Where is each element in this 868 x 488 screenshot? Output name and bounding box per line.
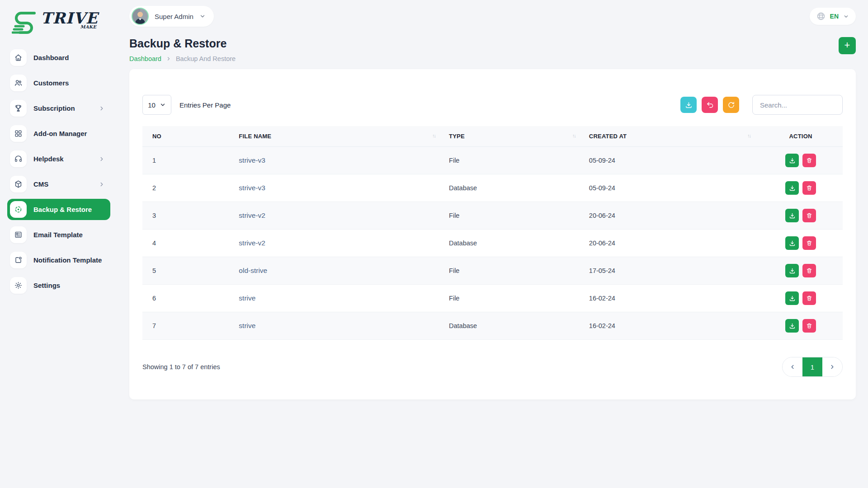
chevron-left-icon <box>789 364 796 370</box>
cell-created-at: 20-06-24 <box>584 230 759 257</box>
trash-icon <box>806 295 812 301</box>
trash-icon <box>806 323 812 329</box>
sort-icon[interactable]: ↑↓ <box>572 133 576 138</box>
row-delete-button[interactable] <box>802 236 816 250</box>
cell-created-at: 16-02-24 <box>584 285 759 312</box>
table-row: 3strive-v2File20-06-24 <box>142 202 843 230</box>
sidebar-item-label: Customers <box>33 79 69 87</box>
export-button[interactable] <box>680 97 697 113</box>
file-name-link[interactable]: old-strive <box>239 267 267 274</box>
refresh-button[interactable] <box>723 97 739 113</box>
column-header-created-at[interactable]: CREATED AT↑↓ <box>584 126 759 147</box>
row-delete-button[interactable] <box>802 181 816 195</box>
row-download-button[interactable] <box>785 264 799 277</box>
brand-tagline: MAKE <box>41 24 98 29</box>
row-download-button[interactable] <box>785 291 799 305</box>
column-header-type[interactable]: TYPE↑↓ <box>443 126 584 147</box>
sidebar-item-helpdesk[interactable]: Helpdesk <box>7 148 110 169</box>
file-name-link[interactable]: strive <box>239 294 255 302</box>
trash-icon <box>806 212 812 219</box>
brand-s-icon <box>12 10 38 34</box>
sidebar-item-notification-template[interactable]: Notification Template <box>7 249 110 271</box>
file-name-link[interactable]: strive <box>239 322 255 329</box>
chevron-right-icon <box>99 105 105 112</box>
column-header-file-name[interactable]: FILE NAME↑↓ <box>233 126 443 147</box>
breadcrumb: Dashboard Backup And Restore <box>129 55 236 62</box>
pagination-prev-button[interactable] <box>783 357 802 376</box>
row-download-button[interactable] <box>785 319 799 333</box>
row-delete-button[interactable] <box>802 209 816 222</box>
sidebar-item-cms[interactable]: CMS <box>7 174 110 195</box>
layout-icon <box>10 226 27 243</box>
file-name-link[interactable]: strive-v3 <box>239 184 265 192</box>
entries-per-page-select[interactable]: 10 <box>142 95 171 115</box>
chevron-right-icon <box>166 56 171 61</box>
cell-type: Database <box>443 230 584 257</box>
cell-type: File <box>443 285 584 312</box>
sidebar-item-addon-manager[interactable]: Add-on Manager <box>7 123 110 144</box>
row-download-button[interactable] <box>785 181 799 195</box>
file-name-link[interactable]: strive-v3 <box>239 156 265 164</box>
sidebar-item-dashboard[interactable]: Dashboard <box>7 47 110 68</box>
sidebar-item-email-template[interactable]: Email Template <box>7 224 110 245</box>
sort-icon[interactable]: ↑↓ <box>432 133 435 138</box>
app-layout: TRIVE MAKE DashboardCustomersSubscriptio… <box>0 0 868 488</box>
user-name: Super Admin <box>155 13 193 20</box>
search-input[interactable] <box>752 95 843 115</box>
backup-icon <box>10 201 27 218</box>
headset-icon <box>10 150 27 167</box>
restore-button[interactable] <box>702 97 718 113</box>
users-icon <box>10 75 27 91</box>
sidebar-item-subscription[interactable]: Subscription <box>7 98 110 119</box>
cell-no: 3 <box>142 202 233 230</box>
sidebar-item-customers[interactable]: Customers <box>7 72 110 94</box>
cell-type: Database <box>443 174 584 202</box>
undo-icon <box>706 101 714 109</box>
table-toolbar: 10 Entries Per Page <box>142 95 843 115</box>
page-header: Backup & Restore Dashboard Backup And Re… <box>129 37 856 62</box>
column-header-no: NO <box>142 126 233 147</box>
globe-icon <box>816 12 826 21</box>
sidebar-item-label: CMS <box>33 180 48 188</box>
row-download-button[interactable] <box>785 209 799 222</box>
sidebar-item-label: Settings <box>33 282 60 289</box>
user-menu[interactable]: Super Admin <box>129 6 214 27</box>
row-delete-button[interactable] <box>802 291 816 305</box>
column-header-action: ACTION <box>759 126 843 147</box>
trash-icon <box>806 185 812 191</box>
download-icon <box>685 101 693 109</box>
sidebar-item-label: Helpdesk <box>33 155 64 163</box>
row-download-button[interactable] <box>785 154 799 167</box>
brand-logo[interactable]: TRIVE MAKE <box>0 7 118 41</box>
cell-type: File <box>443 147 584 174</box>
language-selector[interactable]: EN <box>810 8 856 25</box>
cell-no: 1 <box>142 147 233 174</box>
add-backup-button[interactable]: + <box>839 37 856 54</box>
table-row: 4strive-v2Database20-06-24 <box>142 230 843 257</box>
entries-summary: Showing 1 to 7 of 7 entries <box>142 363 220 371</box>
backup-table: NOFILE NAME↑↓TYPE↑↓CREATED AT↑↓ACTION 1s… <box>142 126 843 340</box>
row-delete-button[interactable] <box>802 264 816 277</box>
sidebar-item-settings[interactable]: Settings <box>7 275 110 296</box>
table-footer: Showing 1 to 7 of 7 entries 1 <box>142 357 843 377</box>
cube-icon <box>10 176 27 192</box>
download-icon <box>789 267 796 274</box>
sort-icon[interactable]: ↑↓ <box>747 133 750 138</box>
table-row: 7striveDatabase16-02-24 <box>142 312 843 340</box>
row-download-button[interactable] <box>785 236 799 250</box>
cell-type: File <box>443 257 584 285</box>
cell-created-at: 17-05-24 <box>584 257 759 285</box>
cell-no: 5 <box>142 257 233 285</box>
row-delete-button[interactable] <box>802 154 816 167</box>
main-area: Super Admin EN Backup & Restore Dashboa <box>118 0 868 488</box>
table-row: 5old-striveFile17-05-24 <box>142 257 843 285</box>
pagination-page-1[interactable]: 1 <box>802 357 822 376</box>
file-name-link[interactable]: strive-v2 <box>239 211 265 219</box>
sidebar: TRIVE MAKE DashboardCustomersSubscriptio… <box>0 0 118 488</box>
chevron-down-icon <box>160 102 166 108</box>
file-name-link[interactable]: strive-v2 <box>239 239 265 247</box>
pagination-next-button[interactable] <box>822 357 842 376</box>
row-delete-button[interactable] <box>802 319 816 333</box>
sidebar-item-backup-restore[interactable]: Backup & Restore <box>7 199 110 220</box>
breadcrumb-dashboard-link[interactable]: Dashboard <box>129 55 161 62</box>
